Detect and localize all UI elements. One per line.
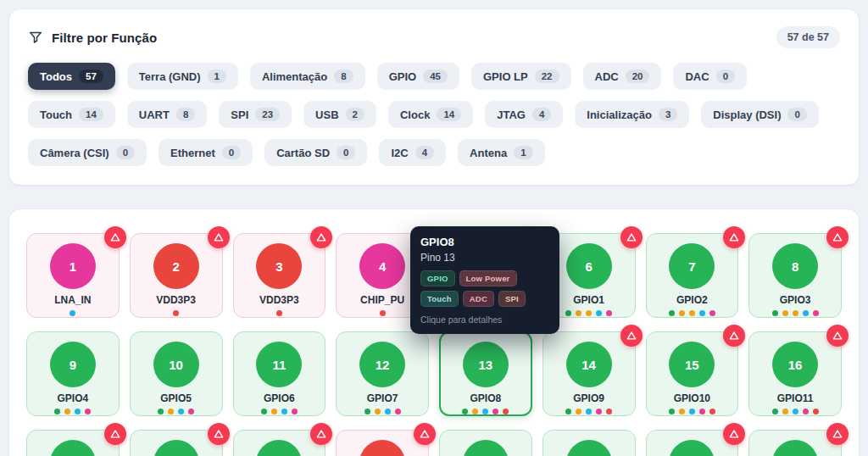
warning-icon (826, 226, 849, 248)
pin-number: 22 (566, 440, 612, 456)
pin-label: GPIO4 (58, 392, 89, 404)
function-dot-pink (596, 409, 602, 414)
function-dot-green (158, 409, 164, 414)
pin-card-8[interactable]: 8GPIO3 (748, 233, 842, 318)
function-dots (364, 409, 401, 414)
function-dot-orange (375, 409, 381, 414)
filter-chip-display-dsi[interactable]: Display (DSI)0 (701, 101, 819, 128)
pin-card-7[interactable]: 7GPIO2 (646, 233, 739, 318)
pin-card-11[interactable]: 11GPIO6 (233, 331, 326, 416)
pin-card-13[interactable]: 13GPIO8 (439, 331, 532, 416)
function-dot-red (173, 310, 179, 316)
function-dot-cyan (586, 409, 592, 414)
function-dot-green (772, 409, 778, 414)
function-dot-pink (85, 409, 91, 414)
function-dot-cyan (803, 310, 809, 316)
pin-card-15[interactable]: 15GPIO10 (646, 331, 739, 416)
function-dot-red (276, 310, 282, 316)
chip-label: GPIO (389, 70, 417, 83)
chip-label: Todos (40, 70, 72, 83)
filter-chip-spi[interactable]: SPI23 (219, 101, 292, 128)
pin-card-20[interactable]: 20 (336, 430, 429, 456)
chip-count-badge: 2 (346, 108, 364, 121)
pin-card-3[interactable]: 3VDD3P3 (233, 233, 326, 318)
pin-label: LNA_IN (54, 294, 91, 306)
filter-chip-touch[interactable]: Touch14 (28, 101, 115, 128)
function-dots (380, 310, 386, 316)
function-dot-red (813, 409, 819, 414)
filter-funnel-icon (28, 30, 43, 45)
pin-card-12[interactable]: 12GPIO7 (336, 331, 429, 416)
filter-chip-inicializa-o[interactable]: Inicialização3 (575, 101, 689, 128)
chip-count-badge: 22 (535, 70, 559, 83)
function-dot-red (503, 409, 509, 414)
filter-chip-c-mera-csi[interactable]: Câmera (CSI)0 (28, 139, 147, 166)
function-dots (772, 409, 819, 414)
pin-card-17[interactable]: 17 (26, 430, 120, 456)
filter-chip-uart[interactable]: UART8 (127, 101, 208, 128)
filter-chip-cart-o-sd[interactable]: Cartão SD0 (264, 139, 367, 166)
function-dot-cyan (482, 409, 488, 414)
function-dots (261, 409, 298, 414)
function-dot-green (565, 409, 571, 414)
pin-card-23[interactable]: 23 (646, 430, 739, 456)
function-dot-green (462, 409, 468, 414)
filter-chip-usb[interactable]: USB2 (303, 101, 376, 128)
function-dot-green (772, 310, 778, 316)
function-dot-orange (472, 409, 478, 414)
pin-card-18[interactable]: 18 (130, 430, 223, 456)
chip-label: Display (DSI) (713, 108, 781, 121)
function-dot-cyan (596, 310, 602, 316)
pin-number: 17 (50, 440, 96, 456)
function-dot-cyan (70, 310, 75, 316)
chip-label: Alimentação (262, 70, 327, 83)
function-dot-cyan (793, 409, 798, 414)
pin-card-21[interactable]: 21 (439, 430, 532, 456)
filter-chip-ethernet[interactable]: Ethernet0 (159, 139, 253, 166)
filter-chip-jtag[interactable]: JTAG4 (485, 101, 563, 128)
pin-card-10[interactable]: 10GPIO5 (130, 331, 223, 416)
pin-card-22[interactable]: 22 (542, 430, 636, 456)
function-dot-cyan (689, 409, 695, 414)
warning-icon (104, 226, 126, 248)
function-dot-green (364, 409, 370, 414)
pin-tooltip: GPIO8 Pino 13 GPIOLow PowerTouchADCSPI C… (410, 226, 559, 334)
warning-icon (104, 423, 126, 445)
filter-chip-terra-gnd[interactable]: Terra (GND)1 (127, 63, 238, 90)
filter-chip-clock[interactable]: Clock14 (388, 101, 473, 128)
filter-chip-adc[interactable]: ADC20 (583, 63, 662, 90)
pin-number: 9 (50, 342, 96, 387)
chip-count-badge: 1 (208, 70, 226, 83)
function-dot-orange (689, 310, 695, 316)
pin-card-19[interactable]: 19 (233, 430, 326, 456)
filter-chip-todos[interactable]: Todos57 (28, 63, 115, 90)
function-dot-cyan (385, 409, 391, 414)
chip-count-badge: 23 (255, 108, 280, 121)
pin-label: GPIO9 (573, 392, 604, 404)
filter-chip-gpio[interactable]: GPIO45 (377, 63, 459, 90)
filter-chip-gpio-lp[interactable]: GPIO LP22 (471, 63, 571, 90)
pin-number: 4 (359, 243, 405, 289)
function-dots (70, 310, 75, 316)
pin-card-1[interactable]: 1LNA_IN (26, 233, 120, 318)
function-dot-orange (793, 310, 798, 316)
chip-label: Antena (470, 147, 507, 159)
chip-label: I2C (391, 147, 408, 159)
filter-header: Filtre por Função 57 de 57 (28, 26, 840, 48)
filter-chip-antena[interactable]: Antena1 (458, 139, 544, 166)
chip-label: Cartão SD (276, 147, 330, 159)
pin-card-14[interactable]: 14GPIO9 (542, 331, 636, 416)
filter-chips: Todos57Terra (GND)1Alimentação8GPIO45GPI… (28, 63, 840, 166)
pin-number: 14 (566, 342, 612, 387)
filter-chip-i2c[interactable]: I2C4 (379, 139, 446, 166)
pin-card-16[interactable]: 16GPIO11 (748, 331, 842, 416)
warning-icon (826, 423, 849, 445)
pin-label: GPIO10 (674, 392, 710, 404)
function-dot-cyan (699, 310, 705, 316)
pin-card-24[interactable]: 24 (748, 430, 842, 456)
filter-chip-dac[interactable]: DAC0 (673, 63, 747, 90)
pin-card-2[interactable]: 2VDD3P3 (130, 233, 223, 318)
pin-card-9[interactable]: 9GPIO4 (26, 331, 120, 416)
filter-chip-alimenta-o[interactable]: Alimentação8 (250, 63, 365, 90)
function-dot-red (606, 409, 612, 414)
